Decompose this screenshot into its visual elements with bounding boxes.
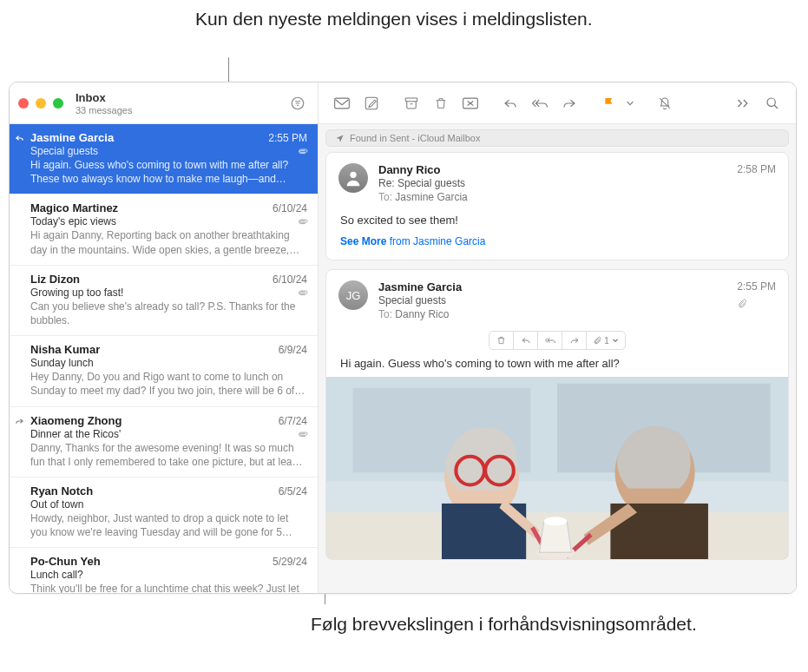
see-more-from: from Jasmine Garcia <box>390 235 486 247</box>
message-subject: Sunday lunch <box>30 357 307 369</box>
svg-rect-4 <box>335 98 350 109</box>
reply-button[interactable] <box>497 91 523 115</box>
email-to-line: To: Jasmine Garcia <box>378 191 726 203</box>
message-date: 6/7/24 <box>279 415 307 427</box>
mailbox-title-area: Inbox 33 messages <box>76 91 286 115</box>
search-icon <box>765 96 779 110</box>
message-date: 6/10/24 <box>273 273 307 286</box>
email-sender-name: Jasmine Garcia <box>378 280 726 293</box>
email-body-text: So excited to see them! <box>340 214 774 227</box>
message-preview: Hey Danny, Do you and Rigo want to come … <box>30 370 307 398</box>
message-preview: Danny, Thanks for the awesome evening! I… <box>30 441 307 469</box>
email-card[interactable]: JG Jasmine Garcia Special guests To: Dan… <box>325 269 789 560</box>
filter-button[interactable] <box>286 92 309 115</box>
email-subject: Special guests <box>378 294 726 306</box>
replied-icon <box>15 134 24 142</box>
svg-rect-6 <box>405 98 417 102</box>
email-time: 2:55 PM <box>737 280 776 293</box>
mute-button[interactable] <box>652 91 678 115</box>
delete-button[interactable] <box>428 91 454 115</box>
close-window-button[interactable] <box>18 98 29 109</box>
see-more-label: See More <box>340 235 386 247</box>
email-header: JG Jasmine Garcia Special guests To: Dan… <box>326 270 788 327</box>
message-sender: Po-Chun Yeh <box>30 555 273 568</box>
attachment-count: 1 <box>604 336 609 346</box>
message-list[interactable]: Jasmine Garcia2:55 PMSpecial guestsHi ag… <box>10 124 318 593</box>
reply-icon <box>521 336 531 345</box>
content-area: Found in Sent - iCloud Mailbox Danny Ric… <box>319 82 796 593</box>
chevron-down-icon <box>612 337 619 344</box>
forward-button[interactable] <box>556 91 582 115</box>
email-to-line: To: Danny Rico <box>378 308 726 320</box>
email-time-area: 2:58 PM <box>737 163 776 203</box>
mailbox-subtitle: 33 messages <box>76 105 286 115</box>
message-preview: Hi again Danny, Reporting back on anothe… <box>30 228 307 256</box>
message-row[interactable]: Nisha Kumar6/9/24Sunday lunchHey Danny, … <box>10 336 318 406</box>
message-sender: Xiaomeng Zhong <box>30 414 279 427</box>
message-subject: Lunch call? <box>30 569 307 581</box>
email-body-text: Hi again. Guess who's coming to town wit… <box>340 357 774 370</box>
junk-icon <box>462 96 479 110</box>
attached-photo[interactable] <box>326 377 788 559</box>
preview-area[interactable]: Found in Sent - iCloud Mailbox Danny Ric… <box>319 124 796 593</box>
message-sender: Liz Dizon <box>30 273 273 286</box>
archive-button[interactable] <box>398 91 424 115</box>
email-subject: Re: Special guests <box>378 177 726 189</box>
message-subject: Special guests <box>30 145 298 157</box>
mini-forward-button[interactable] <box>562 332 587 349</box>
message-row[interactable]: Po-Chun Yeh5/29/24Lunch call?Think you'l… <box>10 548 318 593</box>
trash-icon <box>434 96 448 111</box>
email-time: 2:58 PM <box>737 163 776 175</box>
attachment-icon <box>737 298 776 310</box>
message-date: 5/29/24 <box>273 556 307 568</box>
reply-icon <box>503 96 518 110</box>
message-row[interactable]: Magico Martinez6/10/24Today's epic views… <box>10 194 318 265</box>
message-subject: Today's epic views <box>30 215 298 227</box>
svg-point-13 <box>350 172 356 178</box>
minimize-window-button[interactable] <box>36 98 46 109</box>
reply-all-button[interactable] <box>527 91 553 115</box>
annotation-bottom-text: Følg brevvekslingen i forhåndsvisningsom… <box>311 612 697 636</box>
svg-point-29 <box>544 517 568 525</box>
more-button[interactable] <box>730 91 756 115</box>
mail-window: Inbox 33 messages Jasmine Garcia2:55 PMS… <box>9 82 797 594</box>
email-body: So excited to see them! See More from Ja… <box>326 210 788 260</box>
email-meta: Jasmine Garcia Special guests To: Danny … <box>378 280 726 320</box>
message-preview: Think you'll be free for a lunchtime cha… <box>30 582 307 593</box>
mini-attachments-button[interactable]: 1 <box>587 332 625 349</box>
forward-icon <box>569 336 580 345</box>
fullscreen-window-button[interactable] <box>53 98 63 109</box>
to-label: To: <box>378 191 392 203</box>
junk-button[interactable] <box>457 91 483 115</box>
see-more-link[interactable]: See More from Jasmine Garcia <box>340 235 774 247</box>
paperclip-icon <box>593 336 601 346</box>
compose-button[interactable] <box>358 91 384 115</box>
email-card[interactable]: Danny Rico Re: Special guests To: Jasmin… <box>325 152 789 260</box>
email-meta: Danny Rico Re: Special guests To: Jasmin… <box>378 163 726 203</box>
search-button[interactable] <box>759 91 785 115</box>
mini-delete-button[interactable] <box>489 332 514 349</box>
email-sender-name: Danny Rico <box>378 163 726 176</box>
message-sender: Jasmine Garcia <box>30 131 268 144</box>
svg-line-12 <box>774 105 778 109</box>
email-body: Hi again. Guess who's coming to town wit… <box>326 357 788 377</box>
found-banner-text: Found in Sent - iCloud Mailbox <box>350 133 480 143</box>
message-row[interactable]: Xiaomeng Zhong6/7/24Dinner at the Ricos'… <box>10 407 318 478</box>
mini-reply-button[interactable] <box>514 332 538 349</box>
annotation-top-text: Kun den nyeste meldingen vises i melding… <box>195 7 593 31</box>
flag-menu-chevron[interactable] <box>626 99 638 108</box>
message-row[interactable]: Jasmine Garcia2:55 PMSpecial guestsHi ag… <box>10 124 318 194</box>
mini-reply-all-button[interactable] <box>538 332 562 349</box>
new-message-button[interactable] <box>329 91 355 115</box>
message-date: 6/10/24 <box>273 202 307 214</box>
flag-icon <box>602 96 616 111</box>
message-preview: Can you believe she's already so tall? P… <box>30 300 307 327</box>
message-row[interactable]: Ryan Notch6/5/24Out of townHowdy, neighb… <box>10 478 318 548</box>
filter-icon <box>290 96 305 111</box>
message-row[interactable]: Liz Dizon6/10/24Growing up too fast!Can … <box>10 266 318 336</box>
flag-button[interactable] <box>596 91 622 115</box>
trash-icon <box>496 335 506 346</box>
message-sender: Ryan Notch <box>30 484 279 497</box>
message-date: 6/9/24 <box>279 344 307 356</box>
message-date: 6/5/24 <box>279 485 307 497</box>
